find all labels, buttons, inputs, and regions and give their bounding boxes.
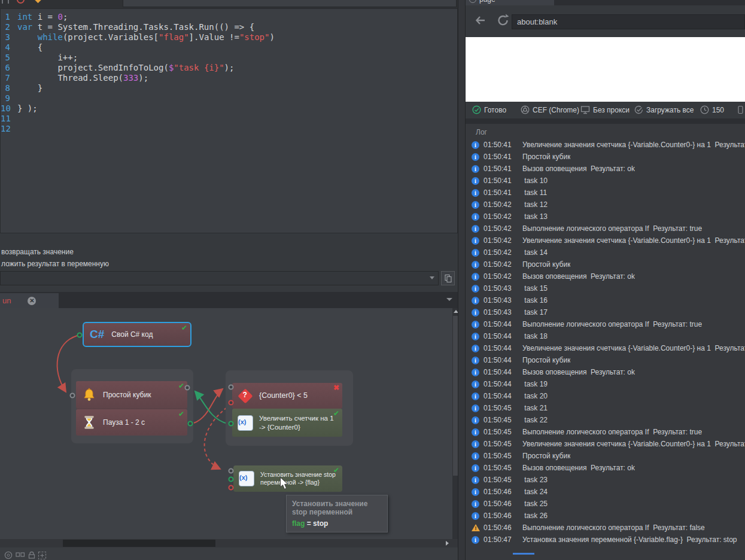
- log-row[interactable]: 01:50:44 task 19: [466, 378, 745, 390]
- log-row[interactable]: 01:50:44 Выполнение логического оператор…: [466, 318, 745, 330]
- log-hscroll-thumb[interactable]: [513, 553, 534, 555]
- log-row[interactable]: 01:50:46 Выполнение логического оператор…: [466, 522, 745, 534]
- port-setstop-out[interactable]: [229, 477, 234, 482]
- lock-icon[interactable]: [28, 551, 36, 559]
- log-row[interactable]: 01:50:45 task 22: [466, 414, 745, 426]
- node-custom-csharp-code[interactable]: C# Свой C# код ✔: [83, 322, 191, 347]
- line-number: 1: [1, 12, 17, 22]
- flowchart-canvas[interactable]: C# Свой C# код ✔ Простой кубик ✔ П: [0, 308, 460, 539]
- log-row[interactable]: 01:50:45 Увеличение значения счетчика {-…: [466, 438, 745, 450]
- option-put-result-to-variable[interactable]: ложить результат в переменную: [1, 260, 109, 268]
- port-pause-out[interactable]: [188, 421, 193, 427]
- edge-counter-to-cube[interactable]: [195, 391, 227, 424]
- close-icon[interactable]: ✕: [28, 297, 36, 305]
- log-time: 01:50:42: [484, 212, 515, 221]
- status-timeout[interactable]: 150: [700, 105, 724, 114]
- log-row[interactable]: 01:50:45 task 21: [466, 402, 745, 414]
- log-row[interactable]: 01:50:42 Простой кубик: [466, 258, 745, 270]
- log-row[interactable]: 01:50:46 task 25: [466, 498, 745, 510]
- log-row[interactable]: 01:50:43 task 15: [466, 282, 745, 294]
- log-row[interactable]: 01:50:41 Вызов оповещения Результат: ok: [466, 163, 745, 175]
- toolbar-field[interactable]: [123, 0, 457, 7]
- code-line[interactable]: 2var t = System.Threading.Tasks.Task.Run…: [1, 22, 457, 32]
- fit-view-icon[interactable]: [38, 551, 47, 560]
- record-icon[interactable]: [17, 0, 25, 4]
- log-row[interactable]: 01:50:46 task 26: [466, 510, 745, 522]
- back-button[interactable]: [473, 12, 488, 29]
- status-extra[interactable]: 0: [738, 105, 745, 114]
- port-if-false-out[interactable]: [229, 400, 234, 406]
- log-row[interactable]: 01:50:43 task 17: [466, 306, 745, 318]
- code-line[interactable]: 12: [1, 124, 457, 134]
- port-cube-in[interactable]: [185, 385, 190, 391]
- log-row[interactable]: 01:50:46 task 24: [466, 486, 745, 498]
- log-row[interactable]: 01:50:45 Вызов оповещения Результат: ok: [466, 462, 745, 474]
- log-level-icon: [472, 357, 479, 364]
- browser-viewport[interactable]: [466, 37, 745, 102]
- copy-button[interactable]: [441, 271, 455, 285]
- port-setstop-in[interactable]: [229, 468, 234, 474]
- browser-tab-row: page: [466, 0, 745, 5]
- log-row[interactable]: 01:50:44 Увеличение значения счетчика {-…: [466, 342, 745, 354]
- log-row[interactable]: 01:50:41 Увеличение значения счетчика {-…: [466, 139, 745, 151]
- variable-combobox[interactable]: [0, 271, 439, 285]
- port-setstop-err[interactable]: [229, 485, 234, 491]
- status-proxy[interactable]: Без прокси: [580, 105, 630, 114]
- code-line[interactable]: 5 i++;: [1, 53, 457, 63]
- log-row[interactable]: 01:50:44 task 20: [466, 390, 745, 402]
- port-csharp-out[interactable]: [77, 333, 83, 338]
- tab-run[interactable]: un ✕: [0, 293, 59, 308]
- log-row[interactable]: 01:50:41 Простой кубик: [466, 151, 745, 163]
- log-row[interactable]: 01:50:45 Выполнение логического оператор…: [466, 426, 745, 438]
- code-line[interactable]: 3 while(project.Variables["flag"].Value …: [1, 32, 457, 42]
- breakpoint-icon[interactable]: [34, 0, 43, 3]
- log-row[interactable]: 01:50:44 Вызов оповещения Результат: ok: [466, 366, 745, 378]
- code-editor[interactable]: 1int i = 0;2var t = System.Threading.Tas…: [0, 8, 458, 233]
- reload-button[interactable]: [495, 12, 511, 29]
- log-row[interactable]: 01:50:47 Установка значения переменной {…: [466, 534, 745, 546]
- node-simple-cube[interactable]: Простой кубик ✔: [76, 381, 187, 409]
- code-line[interactable]: 4 {: [1, 42, 457, 53]
- code-line[interactable]: 6 project.SendInfoToLog($"task {i}");: [1, 63, 457, 73]
- log-row[interactable]: 01:50:43 task 16: [466, 294, 745, 306]
- speed-icon[interactable]: [4, 551, 13, 559]
- log-row[interactable]: 01:50:42 task 12: [466, 199, 745, 211]
- log-row[interactable]: 01:50:45 task 23: [466, 474, 745, 486]
- log-row[interactable]: 01:50:42 Увеличение значения счетчика {-…: [466, 235, 745, 246]
- port-if-in[interactable]: [229, 385, 234, 390]
- code-line[interactable]: 11: [1, 114, 457, 124]
- toolbar-icon[interactable]: [2, 0, 9, 4]
- log-row[interactable]: 01:50:45 Простой кубик: [466, 450, 745, 462]
- node-pause[interactable]: Пауза 1 - 2 с ✔: [76, 409, 187, 436]
- status-load-mode[interactable]: Загружать все: [634, 105, 694, 114]
- port-counter-out[interactable]: [229, 421, 234, 427]
- scroll-right-icon[interactable]: [446, 541, 449, 546]
- log-row[interactable]: 01:50:41 task 11: [466, 187, 745, 199]
- log-row[interactable]: 01:50:42 Вызов оповещения Результат: ok: [466, 270, 745, 282]
- layout-icon[interactable]: [16, 551, 25, 559]
- node-if-condition[interactable]: ? {Counter0} < 5 ✖: [232, 383, 342, 409]
- url-bar[interactable]: about:blank: [512, 14, 745, 29]
- log-time: 01:50:46: [484, 500, 515, 508]
- code-line[interactable]: 8 }: [1, 83, 457, 93]
- status-engine[interactable]: CEF (Chrome): [521, 105, 579, 114]
- code-line[interactable]: 1int i = 0;: [1, 12, 457, 22]
- code-line[interactable]: 10} );: [1, 104, 457, 114]
- option-return-value[interactable]: возвращать значение: [1, 248, 74, 256]
- log-row[interactable]: 01:50:42 Выполнение логического оператор…: [466, 223, 745, 235]
- log-row[interactable]: 01:50:41 task 10: [466, 175, 745, 187]
- tab-list-chevron-icon[interactable]: [446, 298, 452, 301]
- code-line[interactable]: 7 Thread.Sleep(333);: [1, 73, 457, 83]
- log-row[interactable]: 01:50:44 task 18: [466, 330, 745, 342]
- node-increment-counter[interactable]: (x) Увеличить счетчик на 1 -> {Counter0}…: [232, 409, 342, 437]
- port-group1-in[interactable]: [70, 393, 75, 398]
- panel-splitter[interactable]: [458, 0, 466, 560]
- log-row[interactable]: 01:50:42 task 14: [466, 246, 745, 258]
- browser-tab-page[interactable]: page: [466, 0, 554, 5]
- canvas-hscrollbar[interactable]: [0, 539, 460, 547]
- hscroll-thumb[interactable]: [63, 540, 215, 547]
- log-row[interactable]: 01:50:42 task 13: [466, 211, 745, 223]
- log-row[interactable]: 01:50:44 Простой кубик: [466, 354, 745, 366]
- code-line[interactable]: 9: [1, 93, 457, 104]
- edge-pause-to-if[interactable]: [194, 389, 223, 423]
